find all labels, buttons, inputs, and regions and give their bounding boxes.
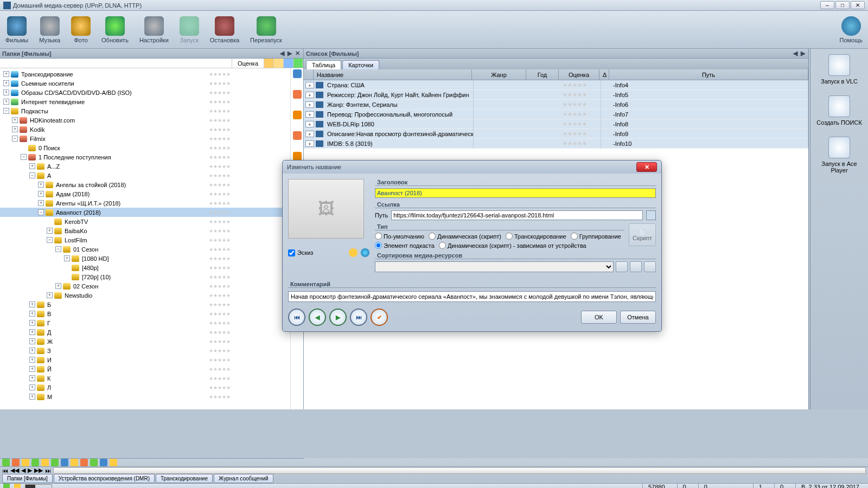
- tb-icon[interactable]: [12, 459, 20, 466]
- nav-back-icon[interactable]: ◀: [21, 467, 25, 474]
- nav-fwd-icon[interactable]: ▶: [28, 467, 32, 474]
- tree-item[interactable]: +02 Сезон★★★★★: [0, 281, 290, 291]
- create-search-button[interactable]: Создать ПОИСК: [816, 95, 862, 126]
- table-row[interactable]: +Страна: США★★★★★-Info4: [304, 80, 808, 90]
- radio-default[interactable]: По-умолчанию: [375, 233, 424, 240]
- browse-icon[interactable]: [646, 210, 656, 220]
- tree-item[interactable]: +З★★★★★: [0, 346, 290, 355]
- bottom-tab-folders[interactable]: Папки [Фильмы]: [2, 474, 53, 483]
- mini-icon[interactable]: [293, 111, 302, 119]
- tab-cards[interactable]: Карточки: [342, 60, 379, 69]
- radio-group[interactable]: Группирование: [571, 233, 621, 240]
- stop-button[interactable]: Остановка: [210, 16, 239, 43]
- cancel-button[interactable]: Отмена: [620, 311, 656, 324]
- tree-item[interactable]: −1 Последние поступления★★★★★: [0, 152, 290, 162]
- tree-item[interactable]: +М★★★★★: [0, 392, 290, 401]
- tb-icon[interactable]: [41, 459, 49, 466]
- tree-item[interactable]: +Б★★★★★: [0, 300, 290, 309]
- radio-podcast[interactable]: Элемент подкаста: [375, 242, 435, 249]
- tb-icon[interactable]: [100, 459, 107, 466]
- thumb-action2-icon[interactable]: [361, 248, 369, 257]
- nav-first-button[interactable]: ⏮: [288, 309, 305, 326]
- music-button[interactable]: Музыка: [39, 16, 60, 43]
- minimize-button[interactable]: –: [820, 1, 834, 9]
- path-input[interactable]: [391, 210, 643, 220]
- table-row[interactable]: +Режиссер: Джон Лойд, Курт Найт, Кайнен …: [304, 90, 808, 100]
- table-row[interactable]: +Описание:Начав просмотр фэнтезиной-драм…: [304, 129, 808, 139]
- launch-vlc-button[interactable]: Запуск в VLC: [821, 54, 858, 85]
- left-nav-left-icon[interactable]: ◀: [279, 50, 285, 57]
- tree-item[interactable]: −Подкасты★★★★★: [0, 106, 290, 115]
- nav-next-button[interactable]: ▶: [329, 309, 347, 326]
- bottom-tab-dmr[interactable]: Устройства воспроизведения (DMR): [54, 474, 155, 483]
- table-row[interactable]: +Перевод: Профессиональный, многоголосый…: [304, 110, 808, 119]
- mini-icon[interactable]: [293, 131, 302, 140]
- nav-last-icon[interactable]: ⏭: [45, 467, 51, 474]
- tree-item[interactable]: +Й★★★★★: [0, 364, 290, 374]
- tree-item[interactable]: −Аванпост (2018)★★★★★: [0, 208, 290, 217]
- tree-item[interactable]: [480p]★★★★★: [0, 263, 290, 272]
- radio-dynamic-device[interactable]: Динамическая (скрипт) - зависимая от уст…: [439, 242, 586, 249]
- maximize-button[interactable]: □: [835, 1, 850, 9]
- title-input[interactable]: [375, 188, 656, 198]
- tree-item[interactable]: +Ж★★★★★: [0, 337, 290, 346]
- restart-button[interactable]: Перезапуск: [250, 16, 282, 43]
- tree-item[interactable]: −01 Сезон★★★★★: [0, 245, 290, 254]
- bottom-tab-transcode[interactable]: Транскодирование: [156, 474, 213, 483]
- tree-item[interactable]: +[1080 HD]★★★★★: [0, 254, 290, 263]
- tb-icon[interactable]: [80, 459, 88, 466]
- tree-item[interactable]: −А★★★★★: [0, 171, 290, 180]
- tree-item[interactable]: −Filmix★★★★★: [0, 134, 290, 143]
- tree-item[interactable]: KerobTV★★★★★: [0, 217, 290, 226]
- sort-btn3-icon[interactable]: [644, 261, 656, 272]
- nav-prev-icon[interactable]: ◀◀: [10, 467, 19, 474]
- photo-button[interactable]: Фото: [71, 16, 91, 43]
- sort-select[interactable]: [375, 261, 614, 272]
- sort-btn2-icon[interactable]: [630, 261, 642, 272]
- tree-item[interactable]: +Л★★★★★: [0, 383, 290, 392]
- sort-col-icon[interactable]: [264, 59, 274, 68]
- tree-item[interactable]: +В★★★★★: [0, 309, 290, 318]
- settings-button[interactable]: Настройки: [139, 16, 169, 43]
- tree-item[interactable]: +К★★★★★: [0, 374, 290, 383]
- tree-item[interactable]: +A...Z★★★★★: [0, 162, 290, 171]
- tree-item[interactable]: +Транскодирование★★★★★: [0, 69, 290, 79]
- dialog-close-button[interactable]: ✕: [636, 162, 657, 172]
- tree-item[interactable]: +Интернет телевидение★★★★★: [0, 97, 290, 106]
- tb-icon[interactable]: [51, 459, 59, 466]
- tb-icon[interactable]: [71, 459, 78, 466]
- radio-dynamic[interactable]: Динамическая (скрипт): [429, 233, 501, 240]
- bottom-tab-log[interactable]: Журнал сообщений: [214, 474, 273, 483]
- tree-item[interactable]: 0 Поиск★★★★★: [0, 143, 290, 152]
- right-nav-right-icon[interactable]: ▶: [800, 50, 806, 57]
- tree-item[interactable]: +BaibaKo★★★★★: [0, 226, 290, 235]
- tree-item[interactable]: +И★★★★★: [0, 355, 290, 364]
- movies-button[interactable]: Фильмы: [5, 16, 28, 43]
- close-button[interactable]: ✕: [851, 1, 865, 9]
- left-nav-right-icon[interactable]: ▶: [286, 50, 293, 57]
- tb-icon[interactable]: [61, 459, 68, 466]
- tree-item[interactable]: +Сьемные носители★★★★★: [0, 79, 290, 88]
- tb-icon[interactable]: [110, 459, 117, 466]
- tree-item[interactable]: +Образы CD/SACD/DVD/DVD-A/BD (ISO)★★★★★: [0, 88, 290, 97]
- mini-icon[interactable]: [293, 152, 302, 160]
- mini-icon[interactable]: [293, 90, 302, 99]
- tree-item[interactable]: +HDKinoteatr.com★★★★★: [0, 115, 290, 125]
- refresh-button[interactable]: Обновить: [101, 16, 129, 43]
- tree-item[interactable]: +Д★★★★★: [0, 328, 290, 337]
- tree-item[interactable]: +Ангелы за стойкой (2018)★★★★★: [0, 180, 290, 189]
- nav-next-icon[interactable]: ▶▶: [34, 467, 43, 474]
- launch-ace-button[interactable]: Запуск в Ace Player: [813, 137, 866, 174]
- tab-table[interactable]: Таблица: [306, 60, 341, 69]
- nav-first-icon[interactable]: ⏮: [2, 467, 8, 474]
- tb-icon[interactable]: [2, 459, 10, 466]
- tb-icon[interactable]: [31, 459, 39, 466]
- tree-item[interactable]: +Newstudio★★★★★: [0, 291, 290, 300]
- folder-tree[interactable]: +Транскодирование★★★★★+Сьемные носители★…: [0, 68, 290, 409]
- nav-accept-button[interactable]: ✔: [371, 309, 388, 326]
- sort-col4-icon[interactable]: [293, 59, 303, 68]
- sort-col2-icon[interactable]: [274, 59, 284, 68]
- tb-icon[interactable]: [22, 459, 29, 466]
- tree-item[interactable]: [720p] (10)★★★★★: [0, 272, 290, 281]
- tree-item[interactable]: −LostFilm★★★★★: [0, 235, 290, 245]
